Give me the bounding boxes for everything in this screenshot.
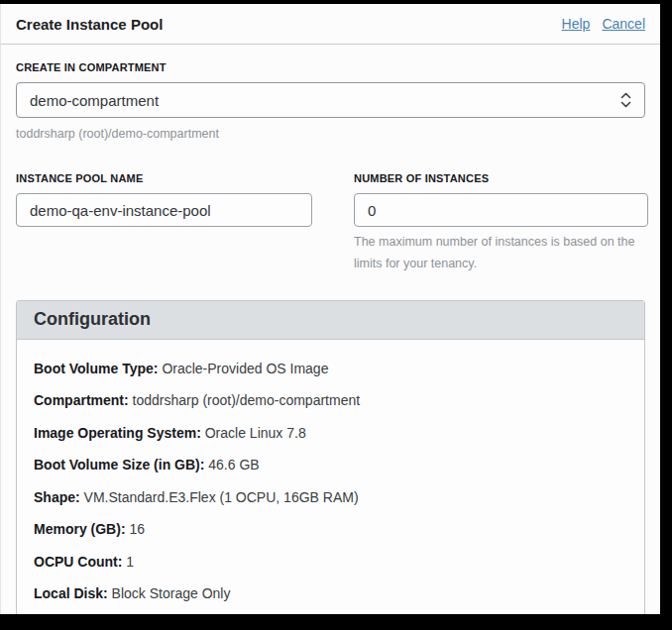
configuration-title: Configuration	[34, 309, 151, 329]
config-row-value: Block Storage Only	[112, 585, 231, 601]
configuration-panel-header: Configuration	[17, 301, 644, 340]
config-row-value: Oracle-Provided OS Image	[162, 361, 328, 376]
chevron-up-down-icon	[620, 92, 631, 108]
config-row-label: Boot Volume Size (in GB):	[34, 457, 208, 472]
dialog-header: Create Instance Pool Help Cancel	[1, 4, 660, 45]
pool-name-label: INSTANCE POOL NAME	[16, 172, 312, 184]
config-row: Image Operating System: Oracle Linux 7.8	[34, 425, 627, 441]
config-row-label: Local Disk:	[34, 585, 112, 601]
screen-frame: Create Instance Pool Help Cancel CREATE …	[0, 0, 672, 630]
config-row-value: toddrsharp (root)/demo-compartment	[133, 392, 361, 408]
config-row-value: 46.6 GB	[208, 457, 259, 472]
dialog-body: CREATE IN COMPARTMENT demo-compartment t…	[1, 61, 660, 614]
config-row-value: 1	[126, 554, 134, 570]
config-row: OCPU Count: 1	[34, 554, 627, 570]
compartment-helper-text: toddrsharp (root)/demo-compartment	[16, 124, 645, 145]
config-row-label: Memory (GB):	[34, 521, 129, 537]
config-row-label: Shape:	[34, 489, 84, 505]
config-row: Compartment: toddrsharp (root)/demo-comp…	[34, 392, 627, 408]
fields-row: INSTANCE POOL NAME NUMBER OF INSTANCES T…	[16, 172, 645, 274]
compartment-selected-value: demo-compartment	[30, 92, 159, 109]
page-title: Create Instance Pool	[16, 16, 163, 33]
compartment-label: CREATE IN COMPARTMENT	[16, 61, 645, 73]
config-row-label: Image Operating System:	[34, 425, 205, 441]
config-row-value: Oracle Linux 7.8	[205, 425, 306, 441]
cancel-link[interactable]: Cancel	[602, 16, 645, 32]
num-instances-label: NUMBER OF INSTANCES	[354, 172, 648, 184]
configuration-panel: Configuration Boot Volume Type: Oracle-P…	[16, 300, 645, 614]
compartment-section: CREATE IN COMPARTMENT demo-compartment t…	[16, 61, 645, 145]
config-row: Local Disk: Block Storage Only	[34, 585, 627, 601]
create-instance-pool-dialog: Create Instance Pool Help Cancel CREATE …	[0, 4, 660, 614]
num-instances-field-group: NUMBER OF INSTANCES The maximum number o…	[354, 172, 648, 274]
num-instances-input[interactable]	[354, 193, 648, 227]
config-row: Boot Volume Size (in GB): 46.6 GB	[34, 457, 627, 472]
config-row-label: Compartment:	[34, 392, 133, 408]
config-row: Shape: VM.Standard.E3.Flex (1 OCPU, 16GB…	[34, 489, 627, 505]
config-row-label: OCPU Count:	[34, 554, 126, 570]
num-instances-helper-text: The maximum number of instances is based…	[354, 232, 648, 274]
configuration-rows: Boot Volume Type: Oracle-Provided OS Ima…	[17, 340, 644, 614]
config-row: Memory (GB): 16	[34, 521, 627, 537]
config-row-value: VM.Standard.E3.Flex (1 OCPU, 16GB RAM)	[84, 489, 359, 505]
help-link[interactable]: Help	[562, 16, 591, 32]
compartment-select[interactable]: demo-compartment	[16, 82, 645, 118]
config-row-value: 16	[129, 521, 145, 537]
config-row-label: Boot Volume Type:	[34, 361, 162, 376]
config-row: Boot Volume Type: Oracle-Provided OS Ima…	[34, 361, 627, 376]
header-links: Help Cancel	[562, 16, 645, 32]
pool-name-field-group: INSTANCE POOL NAME	[16, 172, 312, 274]
pool-name-input[interactable]	[16, 193, 312, 227]
